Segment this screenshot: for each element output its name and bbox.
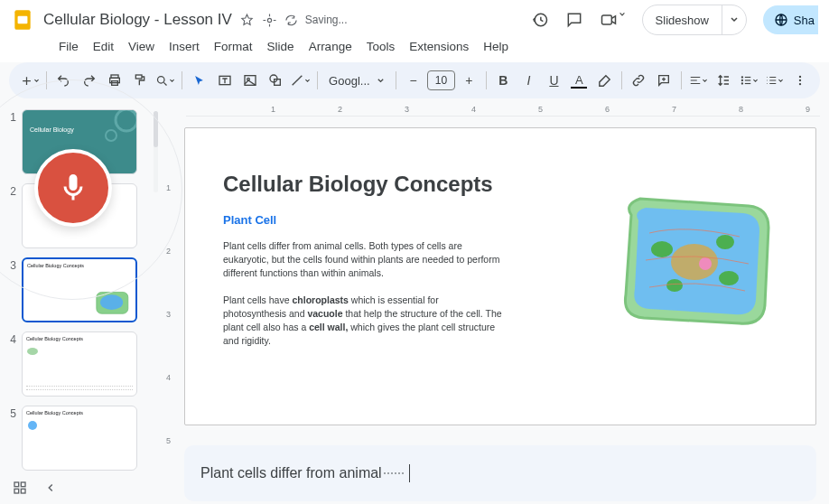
menu-format[interactable]: Format [208, 36, 259, 57]
italic-button[interactable]: I [517, 69, 540, 92]
menu-help[interactable]: Help [477, 36, 515, 57]
toolbar: Googl... − 10 + B I U A [9, 62, 820, 98]
print-button[interactable] [103, 69, 126, 92]
highlight-button[interactable] [593, 69, 616, 92]
ruler-mark: 2 [166, 247, 171, 256]
plant-cell-illustration-icon [604, 188, 785, 341]
svg-rect-1 [18, 16, 28, 24]
slideshow-button-group: Slideshow [642, 5, 747, 35]
image-button[interactable] [238, 69, 261, 92]
svg-point-34 [666, 279, 683, 292]
ruler-mark: 3 [405, 105, 409, 114]
ruler-mark: 6 [605, 105, 610, 114]
ruler-mark: 1 [271, 105, 275, 114]
document-title[interactable]: Cellular Biology - Lesson IV [43, 11, 232, 29]
cloud-status-icon[interactable] [284, 14, 298, 27]
svg-rect-19 [745, 77, 750, 78]
menu-slide[interactable]: Slide [261, 36, 301, 57]
dictation-processing-icon [384, 472, 404, 474]
slide-thumbnail-5[interactable]: Cellular Biology Concepts [22, 406, 137, 471]
grid-view-button[interactable] [11, 479, 29, 497]
dictation-bar[interactable]: Plant cells differ from animal [184, 445, 816, 501]
slideshow-button[interactable]: Slideshow [643, 14, 722, 27]
move-icon[interactable] [262, 13, 277, 28]
menu-file[interactable]: File [52, 36, 85, 57]
more-options-button[interactable] [788, 69, 811, 92]
slide-paragraph-2[interactable]: Plant cells have chloroplasts which is e… [223, 294, 503, 349]
shape-button[interactable] [264, 69, 286, 92]
ruler-mark: 2 [338, 105, 342, 114]
line-spacing-button[interactable] [713, 69, 735, 92]
text-color-button[interactable]: A [568, 69, 591, 92]
svg-point-24 [798, 83, 800, 85]
paint-format-button[interactable] [128, 69, 151, 92]
menu-extensions[interactable]: Extensions [403, 36, 475, 57]
align-button[interactable] [687, 69, 710, 92]
menu-view[interactable]: View [122, 36, 161, 57]
select-tool[interactable] [188, 69, 210, 92]
slide-paragraph-1[interactable]: Plant cells differ from animal cells. Bo… [223, 239, 503, 281]
textbox-button[interactable] [213, 69, 236, 92]
increase-font-button[interactable]: + [458, 69, 480, 92]
horizontal-ruler[interactable]: 1 2 3 4 5 6 7 8 9 [186, 102, 820, 117]
comment-icon[interactable] [565, 11, 583, 29]
svg-point-23 [798, 79, 800, 81]
collapse-button[interactable] [42, 479, 60, 497]
menu-edit[interactable]: Edit [87, 36, 120, 57]
menu-tools[interactable]: Tools [360, 36, 402, 57]
slide-thumbnail-3[interactable]: Cellular Biology Concepts [22, 257, 137, 322]
line-button[interactable] [289, 69, 312, 92]
slide-title[interactable]: Cellular Biology Concepts [223, 172, 503, 197]
thumb-title: Cellular Biology Concepts [27, 263, 132, 268]
mic-icon [57, 172, 89, 204]
voice-input-button[interactable] [34, 149, 112, 227]
undo-button[interactable] [52, 69, 75, 92]
thumbnails-scrollbar[interactable] [154, 111, 158, 192]
separator [46, 71, 47, 89]
underline-button[interactable]: U [543, 69, 565, 92]
font-size-input[interactable]: 10 [427, 70, 455, 90]
slide-subtitle[interactable]: Plant Cell [223, 213, 503, 227]
menu-arrange[interactable]: Arrange [303, 36, 359, 57]
vertical-ruler[interactable]: 1 2 3 4 5 [164, 127, 184, 434]
svg-point-32 [651, 241, 673, 257]
plant-cell-image[interactable] [604, 188, 785, 341]
ruler-mark: 8 [739, 105, 743, 114]
dictation-text: Plant cells differ from animal [200, 465, 382, 481]
camera-icon[interactable] [600, 11, 626, 29]
share-button[interactable]: Sha [763, 5, 818, 34]
new-slide-button[interactable] [18, 69, 41, 92]
bullet-list-button[interactable] [738, 69, 760, 92]
separator [317, 71, 318, 89]
bold-button[interactable]: B [492, 69, 515, 92]
numbered-list-button[interactable] [763, 69, 786, 92]
saving-status: Saving... [305, 14, 348, 26]
star-icon[interactable] [239, 13, 255, 28]
text-bold: cell wall, [309, 322, 348, 332]
svg-point-36 [699, 257, 712, 270]
app-header: Cellular Biology - Lesson IV Saving... S… [0, 0, 829, 62]
slideshow-dropdown[interactable] [722, 5, 746, 34]
link-button[interactable] [628, 69, 650, 92]
svg-rect-39 [14, 489, 19, 493]
history-icon[interactable] [531, 11, 549, 29]
slides-logo[interactable] [11, 8, 34, 32]
decrease-font-button[interactable]: − [402, 69, 424, 92]
zoom-button[interactable] [154, 69, 176, 92]
slide-canvas[interactable]: Cellular Biology Concepts Plant Cell Pla… [184, 127, 816, 425]
redo-button[interactable] [78, 69, 100, 92]
font-family-select[interactable]: Googl... [323, 74, 390, 88]
svg-point-29 [27, 348, 38, 355]
menu-insert[interactable]: Insert [163, 36, 206, 57]
text-span: Plant cells have [223, 294, 292, 305]
slide-thumbnail-4[interactable]: Cellular Biology Concepts [22, 331, 137, 397]
svg-rect-9 [135, 75, 142, 79]
add-comment-button[interactable] [653, 69, 675, 92]
editor-area: 1 2 3 4 5 6 7 8 9 1 2 3 4 5 Cellular Bio… [159, 102, 829, 501]
ruler-mark: 9 [806, 105, 810, 114]
svg-point-33 [716, 235, 734, 249]
svg-point-25 [116, 109, 137, 131]
separator [182, 71, 182, 89]
share-label: Sha [794, 14, 815, 27]
ruler-mark: 7 [672, 105, 676, 114]
